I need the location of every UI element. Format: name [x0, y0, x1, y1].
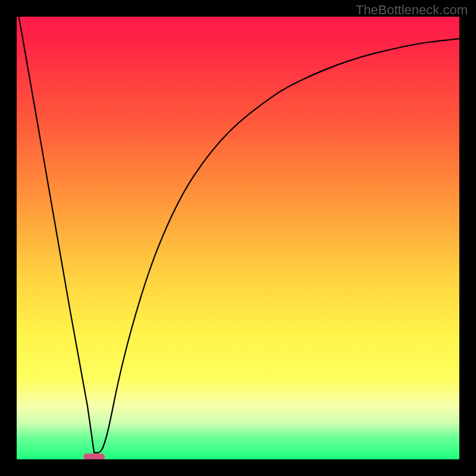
- watermark-text: TheBottleneck.com: [356, 2, 468, 18]
- bottleneck-curve: [19, 17, 459, 453]
- chart-svg: [17, 17, 459, 459]
- svg-rect-0: [83, 453, 105, 459]
- bottleneck-marker: [83, 453, 105, 459]
- chart-frame: TheBottleneck.com: [0, 0, 476, 476]
- chart-plot-area: [17, 17, 459, 459]
